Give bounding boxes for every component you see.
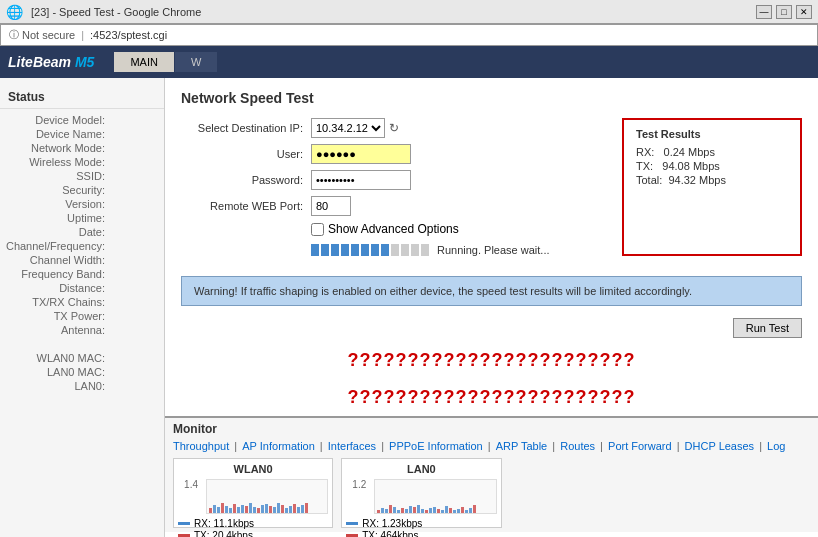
lan0-legend: RX: 1.23kbps TX: 464kbps — [346, 518, 496, 537]
browser-controls[interactable]: — □ ✕ — [756, 5, 812, 19]
link-pppoe[interactable]: PPPoE Information — [389, 440, 483, 452]
link-routes[interactable]: Routes — [560, 440, 595, 452]
sidebar-row: Wireless Mode: — [0, 155, 164, 169]
link-dhcp-leases[interactable]: DHCP Leases — [685, 440, 755, 452]
link-throughput[interactable]: Throughput — [173, 440, 229, 452]
close-button[interactable]: ✕ — [796, 5, 812, 19]
user-input[interactable] — [311, 144, 411, 164]
run-test-button[interactable]: Run Test — [733, 318, 802, 338]
monitor-section: Monitor Throughput | AP Information | In… — [165, 416, 818, 532]
speed-test-form: Select Destination IP: 10.34.2.12 ↻ User… — [181, 118, 802, 256]
logo-text: LiteBeam — [8, 54, 75, 70]
address-url[interactable]: :4523/sptest.cgi — [90, 29, 167, 41]
lan0-title: LAN0 — [346, 463, 496, 475]
lan0-tx-legend: TX: 464kbps — [346, 530, 496, 537]
speed-test-title: Network Speed Test — [181, 90, 802, 106]
sidebar-row: Device Model: — [0, 113, 164, 127]
rx-result: RX: 0.24 Mbps — [636, 146, 788, 158]
logo-suffix: M5 — [75, 54, 94, 70]
destination-select[interactable]: 10.34.2.12 — [311, 118, 385, 138]
test-results-box: Test Results RX: 0.24 Mbps TX: 94.08 Mbp… — [622, 118, 802, 256]
lan0-graph: LAN0 1.2 RX: 1.23kbps — [341, 458, 501, 528]
warning-box: Warning! If traffic shaping is enabled o… — [181, 276, 802, 306]
lan0-graph-area — [374, 479, 496, 514]
rx-label: RX: — [636, 146, 654, 158]
security-label: Not secure — [22, 29, 75, 41]
app-logo: LiteBeam M5 — [8, 54, 94, 70]
user-row: User: — [181, 144, 606, 164]
sidebar-row: WLAN0 MAC: — [0, 351, 164, 365]
sidebar-status-title: Status — [0, 86, 164, 109]
run-test-area: Run Test — [165, 314, 818, 342]
sidebar-row: SSID: — [0, 169, 164, 183]
sidebar-row: Network Mode: — [0, 141, 164, 155]
port-row: Remote WEB Port: — [181, 196, 606, 216]
app-header: LiteBeam M5 MAIN W — [0, 46, 818, 78]
tab-w[interactable]: W — [175, 52, 218, 72]
lan0-rx-color — [346, 522, 358, 525]
address-separator: | — [81, 29, 84, 41]
error-line-2: ???????????????????????? — [165, 379, 818, 416]
show-advanced-label: Show Advanced Options — [328, 222, 459, 236]
wlan0-graph-area — [206, 479, 328, 514]
browser-addressbar: ⓘ Not secure | :4523/sptest.cgi — [0, 24, 818, 46]
password-row: Password: — [181, 170, 606, 190]
destination-label: Select Destination IP: — [181, 122, 311, 134]
sidebar-row: Version: — [0, 197, 164, 211]
sidebar: Status Device Model: Device Name: Networ… — [0, 78, 165, 537]
password-input[interactable] — [311, 170, 411, 190]
app-container: LiteBeam M5 MAIN W Status Device Model: … — [0, 46, 818, 537]
browser-titlebar: 🌐 [23] - Speed Test - Google Chrome — □ … — [0, 0, 818, 24]
security-indicator: ⓘ Not secure — [9, 28, 75, 42]
minimize-button[interactable]: — — [756, 5, 772, 19]
main-panel: Network Speed Test Select Destination IP… — [165, 78, 818, 537]
sidebar-row: Channel Width: — [0, 253, 164, 267]
link-arp-table[interactable]: ARP Table — [496, 440, 548, 452]
error-line-1: ???????????????????????? — [165, 342, 818, 379]
link-ap-information[interactable]: AP Information — [242, 440, 315, 452]
lock-icon: ⓘ — [9, 28, 19, 42]
wlan0-tx-label: TX: 20.4kbps — [194, 530, 253, 537]
link-log[interactable]: Log — [767, 440, 785, 452]
wlan0-tx-legend: TX: 20.4kbps — [178, 530, 328, 537]
speed-test-container: Network Speed Test Select Destination IP… — [165, 78, 818, 268]
sidebar-row: Security: — [0, 183, 164, 197]
refresh-icon[interactable]: ↻ — [389, 121, 399, 135]
port-input[interactable] — [311, 196, 351, 216]
tab-main[interactable]: MAIN — [114, 52, 175, 72]
advanced-row: Show Advanced Options — [181, 222, 606, 236]
password-label: Password: — [181, 174, 311, 186]
browser-window: 🌐 [23] - Speed Test - Google Chrome — □ … — [0, 0, 818, 537]
monitor-title: Monitor — [173, 422, 810, 436]
wlan0-rx-label: RX: 11.1kbps — [194, 518, 254, 529]
sidebar-row: Antenna: — [0, 323, 164, 337]
tx-value: 94.08 Mbps — [662, 160, 719, 172]
total-result: Total: 94.32 Mbps — [636, 174, 788, 186]
show-advanced-checkbox[interactable] — [311, 223, 324, 236]
sidebar-row: Distance: — [0, 281, 164, 295]
link-port-forward[interactable]: Port Forward — [608, 440, 672, 452]
test-results-title: Test Results — [636, 128, 788, 140]
port-label: Remote WEB Port: — [181, 200, 311, 212]
monitor-graphs: WLAN0 1.4 RX: 11.1kbps — [173, 458, 810, 528]
monitor-links: Throughput | AP Information | Interfaces… — [173, 440, 810, 452]
wlan0-rx-color — [178, 522, 190, 525]
maximize-button[interactable]: □ — [776, 5, 792, 19]
sidebar-row — [0, 337, 164, 351]
sidebar-row: Date: — [0, 225, 164, 239]
sidebar-row: Device Name: — [0, 127, 164, 141]
form-left: Select Destination IP: 10.34.2.12 ↻ User… — [181, 118, 606, 256]
wlan0-graph: WLAN0 1.4 RX: 11.1kbps — [173, 458, 333, 528]
destination-row: Select Destination IP: 10.34.2.12 ↻ — [181, 118, 606, 138]
tx-label: TX: — [636, 160, 653, 172]
browser-icon: 🌐 — [6, 4, 23, 20]
app-tabs: MAIN W — [114, 52, 218, 72]
link-interfaces[interactable]: Interfaces — [328, 440, 376, 452]
progress-bar — [311, 244, 429, 256]
warning-text: Warning! If traffic shaping is enabled o… — [194, 285, 692, 297]
user-label: User: — [181, 148, 311, 160]
sidebar-row: Uptime: — [0, 211, 164, 225]
sidebar-row: LAN0: — [0, 379, 164, 393]
wlan0-legend: RX: 11.1kbps TX: 20.4kbps — [178, 518, 328, 537]
sidebar-row: LAN0 MAC: — [0, 365, 164, 379]
